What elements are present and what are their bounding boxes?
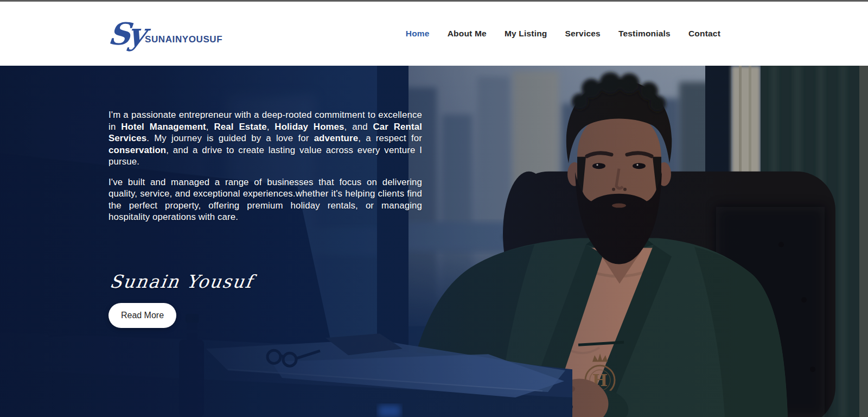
logo-monogram: Sy: [107, 18, 145, 49]
main-nav: Home About Me My Listing Services Testim…: [406, 29, 720, 39]
site-logo[interactable]: Sy SUNAINYOUSUF: [108, 18, 222, 49]
read-more-button[interactable]: Read More: [108, 303, 176, 328]
nav-link-testimonials[interactable]: Testimonials: [618, 29, 671, 39]
hero-intro-paragraph: I'm a passionate entrepreneur with a dee…: [108, 109, 422, 168]
signature-text: Sunain Yousuf: [108, 271, 254, 292]
nav-link-home[interactable]: Home: [406, 29, 430, 39]
nav-link-services[interactable]: Services: [565, 29, 601, 39]
hero-secondary-paragraph: I've built and managed a range of busine…: [108, 176, 422, 223]
nav-link-contact[interactable]: Contact: [688, 29, 720, 39]
hero-section: H: [0, 66, 868, 417]
nav-link-about-me[interactable]: About Me: [448, 29, 487, 39]
site-header: Sy SUNAINYOUSUF Home About Me My Listing…: [0, 2, 868, 66]
hero-content: I'm a passionate entrepreneur with a dee…: [108, 109, 422, 328]
nav-link-my-listing[interactable]: My Listing: [505, 29, 547, 39]
logo-wordmark: SUNAINYOUSUF: [145, 34, 222, 45]
